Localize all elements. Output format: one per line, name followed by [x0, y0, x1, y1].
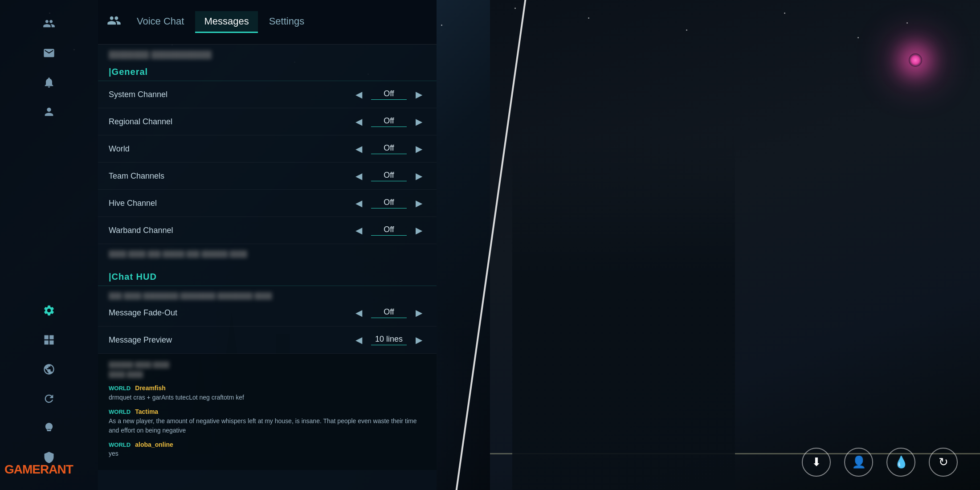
sidebar-icon-skull[interactable] — [38, 417, 60, 439]
blurred-header-row: ████████ ████████████ — [98, 45, 437, 59]
chat-text-1: drmquet cras + garAnts tutecLot neg craf… — [109, 393, 426, 402]
chat-message-3: WORLD aloba_online yes — [109, 440, 426, 459]
tabs-row: Voice Chat Messages Settings — [98, 0, 437, 45]
system-channel-prev[interactable]: ◀ — [352, 87, 366, 102]
chat-username-2: Tactima — [135, 408, 158, 415]
chat-messages-area: ██████ ████ ████ ████ ████ WORLD Dreamfi… — [98, 354, 437, 470]
setting-row-message-preview: Message Preview ◀ 10 lines ▶ — [98, 327, 437, 354]
warband-channel-next[interactable]: ▶ — [412, 223, 426, 237]
chat-tag-1: WORLD — [109, 385, 131, 392]
chat-username-3: aloba_online — [135, 441, 173, 448]
world-control: ◀ Off ▶ — [352, 142, 426, 156]
setting-row-team-channels: Team Channels ◀ Off ▶ — [98, 163, 437, 190]
message-fadeout-control: ◀ Off ▶ — [352, 306, 426, 320]
regional-channel-label: Regional Channel — [109, 117, 352, 127]
setting-row-warband-channel: Warband Channel ◀ Off ▶ — [98, 217, 437, 244]
sidebar-icon-globe[interactable] — [38, 358, 60, 380]
sidebar-icon-bell[interactable] — [38, 71, 60, 94]
setting-row-regional-channel: Regional Channel ◀ Off ▶ — [98, 108, 437, 135]
section-chat-hud: |Chat HUD — [98, 264, 437, 286]
system-channel-next[interactable]: ▶ — [412, 87, 426, 102]
blurred-row-1: ████ ████ ███ █████ ███ ██████ ████ — [98, 244, 437, 264]
warband-channel-value: Off — [371, 225, 407, 236]
tab-settings[interactable]: Settings — [260, 11, 314, 33]
hive-channel-value: Off — [371, 198, 407, 208]
sidebar — [0, 0, 98, 490]
warband-channel-label: Warband Channel — [109, 226, 352, 235]
message-fadeout-next[interactable]: ▶ — [412, 306, 426, 320]
warband-channel-prev[interactable]: ◀ — [352, 223, 366, 237]
world-label: World — [109, 144, 352, 154]
blurred-row-2: ███ ████ ████████ ████████ ████████ ████ — [98, 286, 437, 299]
regional-channel-next[interactable]: ▶ — [412, 114, 426, 129]
message-preview-next[interactable]: ▶ — [412, 333, 426, 347]
sidebar-icon-refresh[interactable] — [38, 388, 60, 410]
message-fadeout-prev[interactable]: ◀ — [352, 306, 366, 320]
message-fadeout-value: Off — [371, 307, 407, 318]
message-preview-control: ◀ 10 lines ▶ — [352, 333, 426, 347]
message-preview-prev[interactable]: ◀ — [352, 333, 366, 347]
chat-text-2: As a new player, the amount of negative … — [109, 416, 426, 435]
gamerant-text-orange: RANT — [40, 462, 73, 476]
world-next[interactable]: ▶ — [412, 142, 426, 156]
chat-text-3: yes — [109, 449, 426, 458]
tab-messages[interactable]: Messages — [195, 11, 257, 33]
system-channel-value: Off — [371, 89, 407, 100]
hud-icon-person[interactable]: 👤 — [844, 448, 873, 477]
tab-voice-chat[interactable]: Voice Chat — [128, 11, 193, 33]
section-general: |General — [98, 59, 437, 81]
sidebar-icon-profile[interactable] — [38, 101, 60, 123]
hud-icon-download[interactable]: ⬇ — [802, 448, 831, 477]
system-channel-label: System Channel — [109, 90, 352, 99]
regional-channel-value: Off — [371, 116, 407, 127]
chat-tag-3: WORLD — [109, 441, 131, 448]
sidebar-icon-grid[interactable] — [38, 329, 60, 351]
message-preview-value: 10 lines — [371, 335, 407, 345]
setting-row-message-fadeout: Message Fade-Out ◀ Off ▶ — [98, 299, 437, 327]
chat-username-1: Dreamfish — [135, 384, 165, 392]
chat-message-2: WORLD Tactima As a new player, the amoun… — [109, 407, 426, 435]
team-channels-value: Off — [371, 171, 407, 181]
blurred-chat-header: ██████ ████ ████ ████ ████ — [109, 361, 426, 379]
sidebar-icon-settings[interactable] — [38, 299, 60, 322]
chat-panel: Voice Chat Messages Settings ████████ ██… — [98, 0, 437, 490]
hive-channel-label: Hive Channel — [109, 199, 352, 208]
team-channels-label: Team Channels — [109, 172, 352, 181]
hud-icon-water[interactable]: 💧 — [886, 448, 915, 477]
message-preview-label: Message Preview — [109, 335, 352, 345]
setting-row-system-channel: System Channel ◀ Off ▶ — [98, 81, 437, 108]
system-channel-control: ◀ Off ▶ — [352, 87, 426, 102]
message-fadeout-label: Message Fade-Out — [109, 308, 352, 318]
hive-channel-control: ◀ Off ▶ — [352, 196, 426, 210]
hive-channel-prev[interactable]: ◀ — [352, 196, 366, 210]
pink-light — [909, 53, 922, 67]
regional-channel-prev[interactable]: ◀ — [352, 114, 366, 129]
sidebar-icon-users[interactable] — [38, 12, 60, 35]
bottom-hud: ⬇ 👤 💧 ↻ — [802, 448, 958, 477]
right-game-panel — [490, 0, 980, 490]
sidebar-icon-mail[interactable] — [38, 42, 60, 64]
gamerant-logo: GAMERANT — [4, 462, 73, 477]
chat-message-1: WORLD Dreamfish drmquet cras + garAnts t… — [109, 383, 426, 402]
setting-row-world: World ◀ Off ▶ — [98, 135, 437, 163]
hive-channel-next[interactable]: ▶ — [412, 196, 426, 210]
chat-tag-2: WORLD — [109, 408, 131, 415]
team-channels-next[interactable]: ▶ — [412, 169, 426, 183]
world-prev[interactable]: ◀ — [352, 142, 366, 156]
warband-channel-control: ◀ Off ▶ — [352, 223, 426, 237]
world-value: Off — [371, 143, 407, 154]
team-channels-prev[interactable]: ◀ — [352, 169, 366, 183]
hud-icon-refresh[interactable]: ↻ — [929, 448, 958, 477]
character-shadow — [512, 134, 735, 490]
tab-users-icon — [107, 13, 121, 31]
gamerant-text-white: GAME — [4, 462, 40, 476]
team-channels-control: ◀ Off ▶ — [352, 169, 426, 183]
setting-row-hive-channel: Hive Channel ◀ Off ▶ — [98, 190, 437, 217]
regional-channel-control: ◀ Off ▶ — [352, 114, 426, 129]
settings-content: ████████ ████████████ |General System Ch… — [98, 45, 437, 490]
